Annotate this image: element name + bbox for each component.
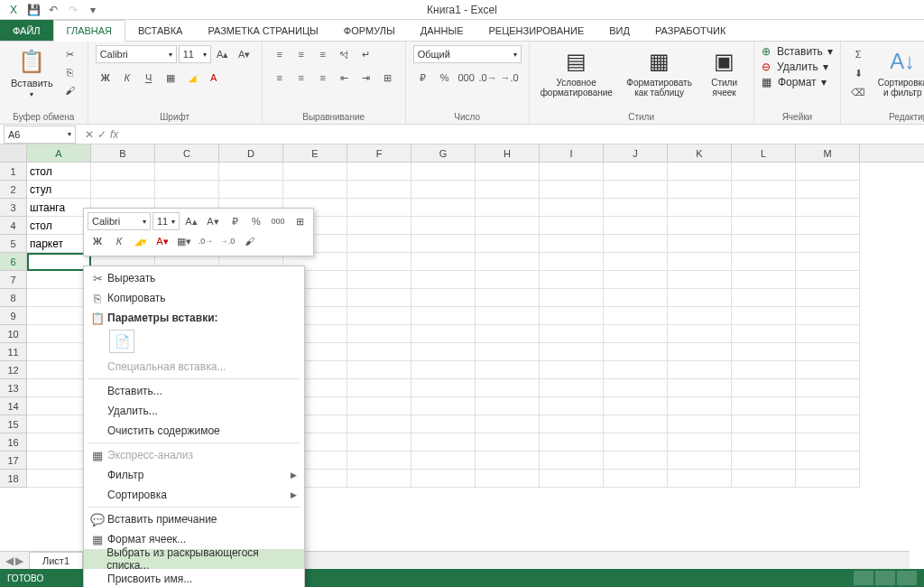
mini-comma-icon[interactable]: 000 <box>268 212 288 230</box>
cell-A12[interactable] <box>27 361 91 379</box>
cell-L7[interactable] <box>732 271 796 289</box>
format-cells-button[interactable]: ▦ Формат ▾ <box>762 76 827 89</box>
cell-F6[interactable] <box>347 253 411 271</box>
mini-percent-icon[interactable]: % <box>246 212 266 230</box>
cell-A4[interactable]: стол <box>27 217 91 235</box>
cell-F8[interactable] <box>347 289 411 307</box>
comma-icon[interactable]: 000 <box>457 69 476 87</box>
cell-D2[interactable] <box>219 181 283 199</box>
cell-A7[interactable] <box>27 271 91 289</box>
cell-A15[interactable] <box>27 415 91 433</box>
cell-L6[interactable] <box>732 253 796 271</box>
cell-K4[interactable] <box>668 217 732 235</box>
col-header-M[interactable]: M <box>796 144 860 162</box>
cell-J7[interactable] <box>604 271 668 289</box>
cell-J14[interactable] <box>604 397 668 415</box>
cell-J3[interactable] <box>604 199 668 217</box>
cell-J10[interactable] <box>604 325 668 343</box>
indent-increase-icon[interactable]: ⇥ <box>356 69 376 87</box>
cell-F14[interactable] <box>347 397 411 415</box>
cell-G5[interactable] <box>411 235 476 253</box>
tab-review[interactable]: РЕЦЕНЗИРОВАНИЕ <box>476 20 596 41</box>
mini-dec-decimal-icon[interactable]: →.0 <box>217 232 237 250</box>
ctx-filter[interactable]: Фильтр▶ <box>84 465 304 485</box>
cell-K1[interactable] <box>668 163 732 181</box>
cell-L12[interactable] <box>732 361 796 379</box>
tab-developer[interactable]: РАЗРАБОТЧИК <box>642 20 738 41</box>
tab-insert[interactable]: ВСТАВКА <box>125 20 195 41</box>
align-center-icon[interactable]: ≡ <box>291 69 311 87</box>
cell-I2[interactable] <box>540 181 604 199</box>
cell-F3[interactable] <box>347 199 411 217</box>
cell-F7[interactable] <box>347 271 411 289</box>
cell-J9[interactable] <box>604 307 668 325</box>
cell-G9[interactable] <box>411 307 476 325</box>
cell-F1[interactable] <box>347 163 411 181</box>
view-normal-icon[interactable] <box>854 571 873 585</box>
cell-H15[interactable] <box>476 415 540 433</box>
cell-I1[interactable] <box>540 163 604 181</box>
tab-formulas[interactable]: ФОРМУЛЫ <box>331 20 408 41</box>
formula-input[interactable] <box>124 126 924 144</box>
row-header-12[interactable]: 12 <box>0 361 27 379</box>
ctx-delete[interactable]: Удалить... <box>84 401 304 421</box>
tab-view[interactable]: ВИД <box>596 20 642 41</box>
cell-L5[interactable] <box>732 235 796 253</box>
cell-G18[interactable] <box>411 470 476 488</box>
bold-button[interactable]: Ж <box>96 69 116 87</box>
cell-A5[interactable]: паркет <box>27 235 91 253</box>
align-left-icon[interactable]: ≡ <box>270 69 290 87</box>
align-top-icon[interactable]: ≡ <box>270 45 290 63</box>
row-header-10[interactable]: 10 <box>0 325 27 343</box>
cell-A1[interactable]: стол <box>27 163 91 181</box>
cell-H1[interactable] <box>476 163 540 181</box>
cell-G3[interactable] <box>411 199 476 217</box>
cell-H16[interactable] <box>476 433 540 452</box>
cell-E2[interactable] <box>283 181 347 199</box>
row-header-13[interactable]: 13 <box>0 379 27 397</box>
cell-J16[interactable] <box>604 433 668 452</box>
cell-G15[interactable] <box>411 415 476 433</box>
insert-cells-button[interactable]: ⊕ Вставить ▾ <box>762 45 834 58</box>
ctx-clear[interactable]: Очистить содержимое <box>84 421 304 441</box>
ctx-define-name[interactable]: Присвоить имя... <box>84 569 304 587</box>
cell-H2[interactable] <box>476 181 540 199</box>
cell-F12[interactable] <box>347 361 411 379</box>
cell-K8[interactable] <box>668 289 732 307</box>
cell-I9[interactable] <box>540 307 604 325</box>
cell-I7[interactable] <box>540 271 604 289</box>
cell-I14[interactable] <box>540 397 604 415</box>
ctx-pick-from-list[interactable]: Выбрать из раскрывающегося списка... <box>84 549 304 569</box>
col-header-I[interactable]: I <box>540 144 604 162</box>
save-icon[interactable]: 💾 <box>25 2 42 18</box>
grow-font-icon[interactable]: A▴ <box>213 45 233 63</box>
cell-F18[interactable] <box>347 470 411 488</box>
indent-decrease-icon[interactable]: ⇤ <box>335 69 355 87</box>
cell-I4[interactable] <box>540 217 604 235</box>
cell-J4[interactable] <box>604 217 668 235</box>
cell-G6[interactable] <box>411 253 476 271</box>
sheet-nav-prev-icon[interactable]: ◀ <box>5 554 14 567</box>
cell-A10[interactable] <box>27 325 91 343</box>
cell-J11[interactable] <box>604 343 668 361</box>
redo-icon[interactable]: ↷ <box>65 2 81 18</box>
cell-K6[interactable] <box>668 253 732 271</box>
cell-G13[interactable] <box>411 379 476 397</box>
row-header-11[interactable]: 11 <box>0 343 27 361</box>
paste-button[interactable]: 📋 Вставить ▾ <box>7 45 57 100</box>
cell-A13[interactable] <box>27 379 91 397</box>
delete-cells-button[interactable]: ⊖ Удалить ▾ <box>762 61 829 73</box>
cell-H6[interactable] <box>476 253 540 271</box>
mini-format-painter-icon[interactable]: 🖌 <box>239 232 259 250</box>
merge-icon[interactable]: ⊞ <box>378 69 398 87</box>
cell-H11[interactable] <box>476 343 540 361</box>
cell-J1[interactable] <box>604 163 668 181</box>
fx-icon[interactable]: fx <box>110 128 118 141</box>
format-painter-icon[interactable]: 🖌 <box>60 81 80 99</box>
cell-M11[interactable] <box>796 343 860 361</box>
autosum-icon[interactable]: Σ <box>848 45 868 63</box>
ctx-comment[interactable]: 💬Вставить примечание <box>84 509 304 529</box>
cell-J6[interactable] <box>604 253 668 271</box>
cell-M17[interactable] <box>796 452 860 470</box>
cell-M2[interactable] <box>796 181 860 199</box>
